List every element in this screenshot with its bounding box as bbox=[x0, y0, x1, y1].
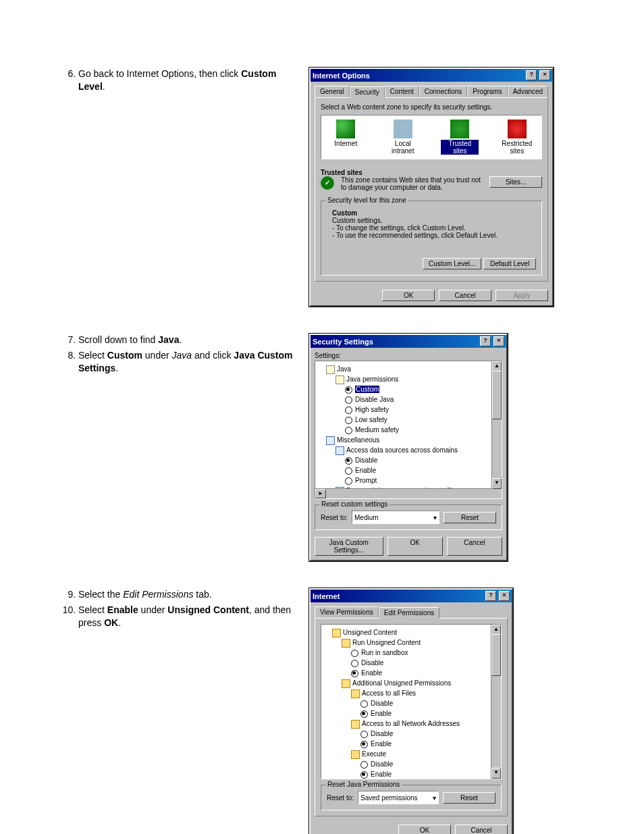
reset-to-label: Reset to: bbox=[321, 514, 348, 521]
ok-button[interactable]: OK bbox=[398, 825, 451, 834]
help-icon[interactable]: ? bbox=[485, 591, 496, 601]
zone-picker: Internet Local intranet Trusted sites Re… bbox=[321, 115, 542, 159]
check-icon bbox=[450, 120, 469, 138]
radio-run-sandbox[interactable]: Run in sandbox bbox=[351, 648, 500, 658]
ok-button[interactable]: OK bbox=[387, 537, 443, 556]
reset-java-group: Reset Java Permissions Reset to: Saved p… bbox=[321, 785, 502, 810]
zone-trusted-sites[interactable]: Trusted sites bbox=[441, 120, 479, 155]
close-icon[interactable]: × bbox=[539, 70, 550, 80]
tab-view-permissions[interactable]: View Permissions bbox=[315, 606, 379, 618]
radio-low-safety[interactable]: Low safety bbox=[345, 415, 500, 425]
radio-exec-disable[interactable]: Disable bbox=[360, 759, 500, 769]
zone-internet[interactable]: Internet bbox=[327, 120, 365, 155]
custom-line-2: - To change the settings, click Custom L… bbox=[332, 224, 466, 232]
zone-restricted-sites[interactable]: Restricted sites bbox=[498, 120, 536, 155]
help-icon[interactable]: ? bbox=[526, 70, 537, 80]
lock-icon bbox=[342, 639, 350, 648]
lock-icon bbox=[351, 689, 360, 698]
tab-advanced[interactable]: Advanced bbox=[508, 86, 548, 97]
reset-button[interactable]: Reset bbox=[443, 792, 495, 804]
scrollbar-horizontal[interactable]: ◄ ► bbox=[315, 488, 492, 498]
radio-access-disable[interactable]: Disable bbox=[345, 455, 500, 465]
stop-icon bbox=[508, 120, 527, 138]
tab-programs[interactable]: Programs bbox=[467, 86, 507, 97]
dialog-security-settings: Security Settings ? × Settings: Java Jav… bbox=[309, 334, 508, 561]
java-perm-icon bbox=[336, 375, 344, 384]
zone-local-intranet[interactable]: Local intranet bbox=[384, 120, 422, 155]
cancel-button[interactable]: Cancel bbox=[439, 290, 491, 301]
custom-level-button[interactable]: Custom Level... bbox=[423, 258, 481, 269]
access-icon bbox=[336, 446, 344, 455]
reset-to-label: Reset to: bbox=[327, 794, 354, 802]
lock-icon bbox=[342, 679, 350, 688]
tab-content[interactable]: Content bbox=[385, 86, 419, 97]
step-9: Select the Edit Permissions tab. bbox=[78, 588, 297, 601]
globe-icon bbox=[336, 120, 355, 138]
reset-select[interactable]: Medium ▾ bbox=[352, 511, 439, 524]
radio-medium-safety[interactable]: Medium safety bbox=[345, 425, 500, 435]
cancel-button[interactable]: Cancel bbox=[455, 825, 508, 834]
tab-edit-permissions[interactable]: Edit Permissions bbox=[379, 607, 439, 619]
radio-net-enable[interactable]: Enable bbox=[360, 739, 500, 749]
cancel-button[interactable]: Cancel bbox=[447, 537, 502, 556]
radio-files-disable[interactable]: Disable bbox=[360, 698, 500, 708]
close-icon[interactable]: × bbox=[499, 591, 510, 601]
help-icon[interactable]: ? bbox=[480, 336, 491, 346]
chevron-down-icon: ▾ bbox=[433, 794, 436, 802]
shield-check-icon: ✓ bbox=[321, 176, 334, 190]
step-10: Select Enable under Unsigned Content, an… bbox=[78, 604, 297, 629]
titlebar: Internet Options ? × bbox=[311, 69, 552, 82]
zone-heading: Trusted sites bbox=[321, 169, 363, 176]
sites-button[interactable]: Sites... bbox=[489, 176, 542, 188]
step-6: Go back to Internet Options, then click … bbox=[78, 68, 297, 93]
tab-security[interactable]: Security bbox=[350, 86, 385, 98]
dialog-internet-options: Internet Options ? × General Security Co… bbox=[309, 68, 554, 307]
radio-access-prompt[interactable]: Prompt bbox=[345, 475, 500, 486]
scrollbar-vertical[interactable]: ▲ ▼ bbox=[491, 625, 501, 779]
reset-group: Reset custom settings Reset to: Medium ▾… bbox=[315, 504, 502, 530]
scroll-thumb[interactable] bbox=[491, 634, 501, 676]
radio-files-enable[interactable]: Enable bbox=[360, 708, 500, 719]
radio-exec-enable[interactable]: Enable bbox=[360, 769, 500, 779]
reset-java-label: Reset Java Permissions bbox=[325, 781, 402, 788]
radio-run-disable[interactable]: Disable bbox=[351, 658, 500, 668]
lan-icon bbox=[394, 120, 412, 138]
instruction-block-2: Scroll down to find Java. Select Custom … bbox=[61, 334, 297, 561]
tab-strip: View Permissions Edit Permissions bbox=[311, 602, 512, 618]
radio-high-safety[interactable]: High safety bbox=[345, 405, 500, 415]
lock-icon bbox=[351, 720, 360, 729]
reset-group-label: Reset custom settings bbox=[319, 500, 390, 508]
reset-select[interactable]: Saved permissions ▾ bbox=[358, 791, 439, 804]
dialog-internet-permissions: Internet ? × View Permissions Edit Permi… bbox=[309, 588, 513, 834]
radio-disable-java[interactable]: Disable Java bbox=[345, 394, 500, 405]
instruction-block-3: Select the Edit Permissions tab. Select … bbox=[61, 588, 297, 834]
security-level-group: Security level for this zone Custom Cust… bbox=[321, 201, 542, 276]
radio-run-enable[interactable]: Enable bbox=[351, 668, 500, 678]
close-icon[interactable]: × bbox=[493, 336, 504, 346]
default-level-button[interactable]: Default Level bbox=[483, 258, 536, 269]
intro-text: Select a Web content zone to specify its… bbox=[321, 103, 542, 111]
tab-connections[interactable]: Connections bbox=[419, 86, 468, 97]
reset-button[interactable]: Reset bbox=[444, 512, 496, 523]
settings-tree[interactable]: Java Java permissions Custom Disable Jav… bbox=[315, 361, 502, 499]
scrollbar-vertical[interactable]: ▲ ▼ bbox=[491, 361, 502, 498]
security-level-label: Security level for this zone bbox=[325, 197, 408, 204]
scroll-thumb[interactable] bbox=[492, 371, 502, 419]
apply-button[interactable]: Apply bbox=[495, 290, 548, 301]
scroll-down-icon[interactable]: ▼ bbox=[492, 478, 502, 489]
ok-button[interactable]: OK bbox=[382, 290, 435, 301]
radio-custom[interactable]: Custom bbox=[345, 384, 500, 394]
custom-heading: Custom bbox=[332, 209, 357, 217]
custom-line-1: Custom settings. bbox=[332, 217, 382, 224]
java-custom-settings-button[interactable]: Java Custom Settings... bbox=[315, 537, 383, 556]
radio-access-enable[interactable]: Enable bbox=[345, 465, 500, 475]
permissions-tree[interactable]: Unsigned Content Run Unsigned Content Ru… bbox=[321, 624, 502, 779]
title-text: Security Settings bbox=[313, 338, 373, 346]
scroll-right-icon[interactable]: ► bbox=[315, 489, 326, 498]
lock-icon bbox=[332, 629, 341, 637]
settings-label: Settings: bbox=[315, 352, 502, 359]
radio-net-disable[interactable]: Disable bbox=[360, 729, 500, 739]
tab-general[interactable]: General bbox=[315, 86, 350, 97]
scroll-down-icon[interactable]: ▼ bbox=[491, 768, 501, 779]
step-7: Scroll down to find Java. bbox=[78, 334, 297, 346]
